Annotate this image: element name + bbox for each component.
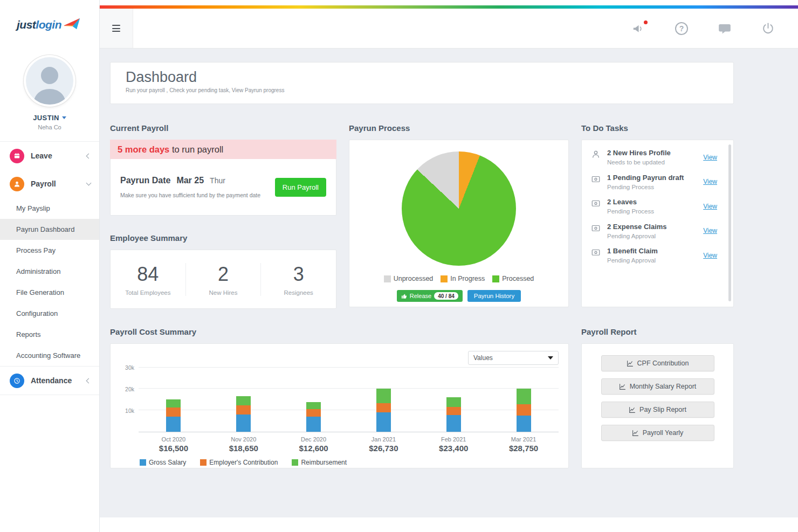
payrun-legend-swatch [441, 275, 448, 282]
cpf-contribution-button[interactable]: CPF Contribution [601, 355, 714, 371]
chevron-left-icon [86, 153, 92, 158]
todo-title: 2 New Hires Profile [607, 149, 703, 157]
payrun-date-day: Thur [210, 176, 225, 185]
thumbs-up-icon [401, 293, 407, 299]
stat-value: 2 [186, 263, 261, 286]
countdown-highlight: 5 more days [118, 144, 169, 155]
sidebar-item-administration[interactable]: Administration [0, 261, 99, 282]
view-link[interactable]: View [703, 154, 724, 161]
sidebar-item-leave[interactable]: Leave [0, 142, 99, 170]
cost-summary-section: Payroll Cost Summary Values 30k 20k 10k [110, 327, 569, 468]
values-dropdown-value: Values [473, 354, 493, 362]
sidebar-item-process-pay[interactable]: Process Pay [0, 240, 99, 261]
todo-subtitle: Pending Process [607, 208, 703, 215]
payment-card-icon [590, 247, 601, 257]
sidebar-item-my-payslip[interactable]: My Payslip [0, 198, 99, 219]
legend-label: In Progress [450, 275, 485, 282]
legend-item: Processed [492, 275, 534, 282]
help-icon[interactable]: ? [674, 21, 689, 36]
power-icon[interactable] [760, 21, 775, 36]
sidebar-item-file-generation[interactable]: File Generation [0, 282, 99, 303]
values-dropdown[interactable]: Values [468, 351, 559, 365]
brand-logo-text-prefix: just [17, 18, 36, 31]
monthly-salary-report-button[interactable]: Monthly Salary Report [601, 378, 714, 395]
bar-segment [446, 407, 461, 415]
payrun-process-card: Unprocessed In Progress Processed Releas… [349, 140, 569, 307]
stat-value: 3 [261, 263, 336, 286]
stat-label: Resignees [261, 289, 336, 296]
payrun-legend-swatch [492, 275, 499, 282]
bar-group [209, 368, 279, 432]
todo-subtitle: Pending Process [607, 184, 703, 190]
current-payroll-column: Current Payroll 5 more days to run payro… [110, 123, 336, 309]
divider [0, 395, 99, 395]
page-title: Dashboard [126, 69, 718, 86]
payrun-date-value: Mar 25 [176, 176, 204, 185]
view-link[interactable]: View [703, 227, 724, 234]
bar-label: Jan 2021$26,730 [348, 432, 418, 453]
scrollbar[interactable] [728, 144, 731, 301]
user-name-dropdown[interactable]: JUSTIN [0, 114, 99, 122]
cost-legend-swatch [200, 459, 207, 466]
sidebar-item-reports[interactable]: Reports [0, 324, 99, 345]
todo-subtitle: Pending Approval [607, 233, 703, 239]
todo-card: 2 New Hires Profile Needs to be updated … [581, 140, 734, 307]
cost-legend: Gross Salary Employer's Contribution Rei… [140, 459, 559, 466]
chat-icon[interactable] [717, 21, 732, 36]
bar-group [489, 368, 559, 432]
sidebar-item-configuration[interactable]: Configuration [0, 303, 99, 324]
chevron-down-icon [62, 116, 66, 119]
report-button-label: Monthly Salary Report [630, 383, 697, 390]
legend-label: Gross Salary [149, 459, 186, 466]
payroll-yearly-button[interactable]: Payroll Yearly [601, 425, 714, 441]
stat-value: 84 [111, 263, 185, 286]
report-button-label: Payroll Yearly [643, 429, 684, 437]
payroll-countdown-banner: 5 more days to run payroll [110, 140, 336, 159]
pay-slip-report-button[interactable]: Pay Slip Report [601, 402, 714, 418]
sidebar-item-attendance[interactable]: Attendance [0, 367, 99, 395]
y-axis: 30k 20k 10k [120, 368, 139, 432]
run-payroll-button[interactable]: Run Payroll [275, 178, 326, 197]
payroll-report-heading: Payroll Report [581, 327, 734, 336]
todo-title: 1 Benefit Claim [607, 247, 703, 255]
menu-toggle-button[interactable] [100, 9, 133, 48]
y-tick: 10k [125, 407, 134, 414]
sidebar-item-payrun-dashboard[interactable]: Payrun Dashboard [0, 219, 99, 240]
sidebar-item-accounting-software[interactable]: Accounting Software [0, 345, 99, 366]
stat-resignees: 3 Resignees [260, 263, 336, 296]
plot-area [139, 368, 559, 432]
page-subtitle: Run your payroll , Check your pending ta… [126, 87, 718, 93]
view-link[interactable]: View [703, 178, 724, 185]
chevron-down-icon [548, 356, 553, 360]
payrun-date-label: Payrun Date [120, 176, 170, 185]
legend-item: Gross Salary [140, 459, 186, 466]
todo-heading: To Do Tasks [581, 123, 734, 133]
payrun-history-button[interactable]: Payrun History [467, 290, 521, 302]
topbar: ? [100, 9, 798, 49]
sidebar-item-payroll[interactable]: Payroll [0, 170, 99, 198]
bar-segment [517, 416, 531, 432]
sidebar-item-label: Payroll [31, 179, 56, 188]
bar-label: Nov 2020$18,650 [209, 432, 279, 453]
employee-summary-heading: Employee Summary [110, 233, 336, 243]
view-link[interactable]: View [703, 252, 724, 259]
legend-label: Reimbursement [301, 459, 347, 466]
bar-label: Mar 2021$28,750 [489, 432, 559, 453]
brand-logo[interactable]: justlogin [0, 0, 99, 50]
release-button[interactable]: Release 40 / 84 [397, 290, 463, 302]
cost-xlabels-row: Oct 2020$16,500Nov 2020$18,650Dec 2020$1… [139, 432, 559, 453]
bar-label: Oct 2020$16,500 [139, 432, 209, 453]
view-link[interactable]: View [703, 203, 724, 210]
todo-item: 2 Expense Claims Pending Approval View [590, 223, 724, 239]
legend-item: In Progress [441, 275, 485, 282]
announcement-icon[interactable] [631, 21, 646, 36]
stat-label: New Hires [186, 289, 261, 296]
top-accent-bar [100, 5, 798, 9]
bar-segment [166, 407, 181, 417]
todo-item: 1 Pending Payrun draft Pending Process V… [590, 174, 724, 190]
release-count-badge: 40 / 84 [434, 292, 458, 300]
payroll-icon [10, 177, 24, 191]
avatar[interactable] [24, 55, 75, 107]
todo-subtitle: Needs to be updated [607, 159, 703, 165]
stat-label: Total Employees [111, 289, 185, 296]
